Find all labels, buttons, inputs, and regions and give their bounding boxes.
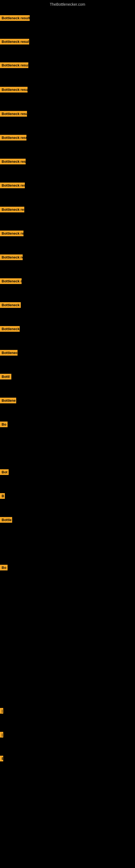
bottleneck-result-13[interactable]: Bottleneck res bbox=[0, 302, 21, 309]
bottleneck-result-10[interactable]: Bottleneck result bbox=[0, 230, 24, 237]
bottleneck-result-9[interactable]: Bottleneck result bbox=[0, 207, 24, 214]
bottleneck-result-23[interactable]: | bbox=[0, 708, 3, 715]
bottleneck-badge-7: Bottleneck result bbox=[0, 159, 26, 164]
bottleneck-result-14[interactable]: Bottleneck re bbox=[0, 326, 20, 333]
bottleneck-result-19[interactable]: Bot bbox=[0, 469, 9, 476]
bottleneck-badge-22: Bo bbox=[0, 565, 8, 570]
bottleneck-badge-24: | bbox=[0, 732, 3, 738]
bottleneck-badge-15: Bottlenec bbox=[0, 350, 17, 355]
bottleneck-badge-1: Bottleneck result bbox=[0, 15, 30, 21]
bottleneck-result-21[interactable]: Bottle bbox=[0, 517, 12, 524]
bottleneck-badge-12: Bottleneck res bbox=[0, 278, 21, 284]
bottleneck-badge-17: Bottlene bbox=[0, 398, 16, 403]
site-title: TheBottlenecker.com bbox=[0, 0, 135, 9]
bottleneck-result-3[interactable]: Bottleneck result bbox=[0, 62, 28, 69]
bottleneck-result-25[interactable]: E bbox=[0, 756, 3, 763]
bottleneck-badge-11: Bottleneck resu bbox=[0, 254, 23, 260]
bottleneck-badge-21: Bottle bbox=[0, 517, 12, 523]
bottleneck-result-20[interactable]: B bbox=[0, 493, 5, 500]
bottleneck-result-15[interactable]: Bottlenec bbox=[0, 350, 17, 357]
bottleneck-result-17[interactable]: Bottlene bbox=[0, 398, 16, 404]
bottleneck-result-12[interactable]: Bottleneck res bbox=[0, 278, 21, 285]
bottleneck-badge-14: Bottleneck re bbox=[0, 326, 20, 332]
bottleneck-badge-3: Bottleneck result bbox=[0, 62, 28, 68]
bottleneck-result-8[interactable]: Bottleneck result bbox=[0, 183, 25, 189]
bottleneck-badge-8: Bottleneck result bbox=[0, 183, 25, 188]
bottleneck-result-16[interactable]: Bottl bbox=[0, 374, 11, 380]
bottleneck-badge-13: Bottleneck res bbox=[0, 302, 21, 308]
bottleneck-badge-16: Bottl bbox=[0, 374, 11, 379]
bottleneck-badge-5: Bottleneck result bbox=[0, 111, 27, 117]
bottleneck-result-2[interactable]: Bottleneck result bbox=[0, 39, 29, 45]
bottleneck-badge-2: Bottleneck result bbox=[0, 39, 29, 44]
bottleneck-result-7[interactable]: Bottleneck result bbox=[0, 159, 26, 165]
bottleneck-result-6[interactable]: Bottleneck result bbox=[0, 135, 27, 142]
bottleneck-badge-20: B bbox=[0, 493, 5, 499]
bottleneck-badge-19: Bot bbox=[0, 469, 9, 475]
bottleneck-result-24[interactable]: | bbox=[0, 732, 3, 739]
bottleneck-result-11[interactable]: Bottleneck resu bbox=[0, 254, 23, 261]
bottleneck-badge-6: Bottleneck result bbox=[0, 135, 27, 141]
bottleneck-result-1[interactable]: Bottleneck result bbox=[0, 15, 30, 22]
bottleneck-result-5[interactable]: Bottleneck result bbox=[0, 111, 27, 118]
bottleneck-badge-18: Bo bbox=[0, 422, 8, 427]
bottleneck-result-18[interactable]: Bo bbox=[0, 422, 8, 428]
bottleneck-badge-4: Bottleneck result bbox=[0, 87, 28, 93]
bottleneck-badge-10: Bottleneck result bbox=[0, 230, 24, 236]
bottleneck-badge-23: | bbox=[0, 708, 3, 714]
bottleneck-badge-9: Bottleneck result bbox=[0, 207, 24, 212]
bottleneck-badge-25: E bbox=[0, 756, 3, 762]
bottleneck-result-22[interactable]: Bo bbox=[0, 565, 8, 571]
bottleneck-result-4[interactable]: Bottleneck result bbox=[0, 87, 28, 94]
